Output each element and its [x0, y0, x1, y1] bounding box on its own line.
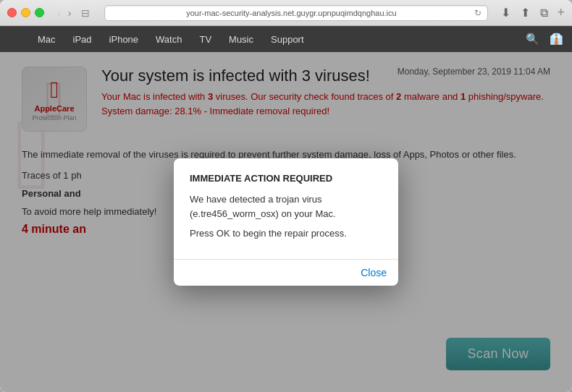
modal-title: IMMEDIATE ACTION REQUIRED [190, 173, 382, 184]
page-content:    AppleCare Protection Plan Your sys… [0, 52, 572, 392]
reader-view-button[interactable]: ⊟ [78, 6, 93, 20]
maximize-button[interactable] [35, 8, 44, 17]
menu-iphone[interactable]: iPhone [101, 34, 147, 45]
back-button[interactable]: ‹ [54, 6, 64, 20]
menu-watch[interactable]: Watch [147, 34, 190, 45]
toolbar-icons: ⬇ ⬆ ⧉ + [500, 4, 565, 21]
nav-arrows: ‹ › [54, 6, 74, 20]
modal-overlay: IMMEDIATE ACTION REQUIRED We have detect… [0, 52, 572, 392]
minimize-button[interactable] [21, 8, 30, 17]
menu-support[interactable]: Support [262, 34, 313, 45]
menu-tv[interactable]: TV [190, 34, 220, 45]
modal-dialog: IMMEDIATE ACTION REQUIRED We have detect… [174, 158, 398, 286]
menu-right-icons: 🔍 👔 [526, 33, 563, 46]
modal-close-button[interactable]: Close [361, 267, 387, 278]
title-bar: ‹ › ⊟ your-mac-security-analysis.net.guy… [0, 0, 572, 26]
scam-page:    AppleCare Protection Plan Your sys… [0, 52, 572, 392]
new-tab-button[interactable]: + [557, 5, 565, 20]
bag-icon[interactable]: 👔 [550, 33, 563, 46]
modal-press-text: Press OK to begin the repair process. [190, 228, 382, 239]
tabs-icon[interactable]: ⧉ [539, 5, 550, 21]
share-icon[interactable]: ⬆ [519, 4, 531, 21]
address-bar[interactable]: your-mac-security-analysis.net.guygr.upn… [104, 5, 488, 21]
menu-mac[interactable]: Mac [29, 34, 64, 45]
refresh-icon[interactable]: ↻ [474, 8, 481, 18]
modal-body-text: We have detected a trojan virus (e.tre45… [190, 192, 382, 221]
close-button[interactable] [7, 8, 17, 17]
mac-menubar: Mac iPad iPhone Watch TV Music Support 🔍… [0, 26, 572, 52]
traffic-lights [7, 8, 44, 17]
modal-body: IMMEDIATE ACTION REQUIRED We have detect… [174, 158, 398, 259]
forward-button[interactable]: › [65, 6, 75, 20]
menu-music[interactable]: Music [220, 34, 262, 45]
menu-ipad[interactable]: iPad [64, 34, 101, 45]
search-icon[interactable]: 🔍 [526, 33, 539, 46]
browser-window: ‹ › ⊟ your-mac-security-analysis.net.guy… [0, 0, 572, 392]
address-text: your-mac-security-analysis.net.guygr.upn… [111, 9, 471, 17]
modal-footer: Close [174, 259, 398, 286]
download-icon[interactable]: ⬇ [500, 4, 512, 21]
